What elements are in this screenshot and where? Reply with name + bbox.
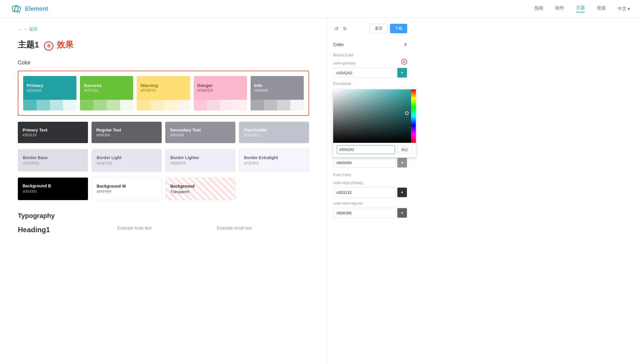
nav-item-resources[interactable]: 资源 bbox=[597, 5, 606, 12]
text-card-primary-name: Primary Text bbox=[23, 128, 83, 132]
redo-button[interactable]: ↻ bbox=[342, 25, 348, 33]
color-info-row: ▾ bbox=[333, 158, 407, 168]
color-light-success bbox=[80, 100, 133, 110]
color-info-swatch[interactable]: ▾ bbox=[397, 158, 407, 168]
border-hex-base: #DCDFE6 bbox=[23, 161, 83, 165]
color-text-regular-row: ▾ bbox=[333, 208, 407, 218]
border-name-extralight: Border Extralight bbox=[244, 155, 304, 160]
color-name-primary: Primary bbox=[27, 83, 73, 88]
text-card-secondary-name: Secondary Text bbox=[170, 128, 231, 132]
color-swatch-s3 bbox=[107, 100, 120, 110]
color-swatch-w2 bbox=[150, 100, 163, 110]
text-card-placeholder: Placeholder #C0C4CC bbox=[239, 122, 309, 143]
typography-grid: Heading1 Example body text Example small… bbox=[18, 226, 309, 234]
color-hex-danger: #FAB7C9 bbox=[197, 88, 243, 93]
sidebar-color-label: Color bbox=[333, 42, 344, 47]
color-light-primary bbox=[23, 100, 76, 110]
logo[interactable]: Element bbox=[12, 4, 48, 14]
color-swatch-w4 bbox=[177, 100, 190, 110]
nav-item-theme[interactable]: 主题 bbox=[576, 5, 585, 12]
reset-button[interactable]: 重置 bbox=[370, 24, 388, 33]
color-light-danger bbox=[194, 100, 247, 110]
typography-section: Typography Heading1 Example body text Ex… bbox=[18, 212, 309, 234]
small-text-item: Example small text bbox=[217, 226, 309, 234]
color-card-danger: Danger #FAB7C9 bbox=[194, 76, 247, 110]
sidebar-color-header[interactable]: Color ∨ bbox=[333, 39, 407, 49]
color-main-success: Success #67C23A bbox=[80, 76, 133, 100]
color-primary-label: color-primary bbox=[333, 61, 407, 65]
color-swatch-d2 bbox=[207, 100, 220, 110]
chevron-down-icon-small: ▾ bbox=[401, 71, 403, 75]
border-name-lighter: Border Lighter bbox=[170, 155, 230, 160]
color-card-primary: Primary #20A2A2 bbox=[23, 76, 76, 110]
bg-name-white: Background W bbox=[97, 184, 157, 189]
color-text-regular-swatch[interactable]: ▾ bbox=[397, 208, 407, 218]
color-main-danger: Danger #FAB7C9 bbox=[194, 76, 247, 100]
undo-redo-group: ↺ ↻ bbox=[333, 25, 348, 33]
color-primary-row: ① ▾ bbox=[333, 68, 407, 78]
chevron-down-icon: ▾ bbox=[628, 6, 630, 12]
color-swatch-i2 bbox=[264, 100, 277, 110]
heading1-item: Heading1 bbox=[18, 226, 110, 234]
text-card-secondary-hex: #909399 bbox=[170, 133, 231, 137]
color-swatch-s1 bbox=[80, 100, 93, 110]
nav-item-guide[interactable]: 指南 bbox=[534, 5, 543, 12]
color-main-primary: Primary #20A2A2 bbox=[23, 76, 76, 100]
content-area: ← ← 返回 主题1 ④ 效果 Color Primary #20A2A2 bbox=[0, 18, 327, 364]
color-name-danger: Danger bbox=[197, 83, 243, 88]
color-text-regular-input[interactable] bbox=[333, 208, 396, 218]
color-primary-section: Primary #20A2A2 Success #67C23A bbox=[18, 71, 309, 116]
color-swatch-d3 bbox=[220, 100, 234, 110]
color-spectrum-bar[interactable] bbox=[411, 89, 416, 143]
text-color-grid: Primary Text #303133 Regular Text #60626… bbox=[18, 122, 309, 143]
color-text-primary-row: ▾ bbox=[333, 187, 407, 197]
color-hex-info: #909399 bbox=[254, 88, 300, 93]
color-picker-canvas[interactable] bbox=[333, 89, 416, 143]
color-hex-warning: #FFDF73 bbox=[140, 88, 186, 93]
color-hex-input[interactable] bbox=[337, 145, 395, 154]
color-card-info: Info #909399 bbox=[251, 76, 304, 110]
color-swatch-d1 bbox=[194, 100, 207, 110]
nav-item-components[interactable]: 组件 bbox=[555, 5, 564, 12]
bg-hex-black: #000000 bbox=[23, 189, 83, 194]
color-primary-input[interactable] bbox=[333, 68, 396, 78]
border-hex-lighter: #EBEEF5 bbox=[170, 161, 230, 165]
color-primary-swatch[interactable]: ▾ bbox=[397, 68, 407, 78]
color-swatch-i4 bbox=[290, 100, 304, 110]
color-swatch-w1 bbox=[137, 100, 150, 110]
color-text-primary-label: color-text-primary bbox=[333, 181, 407, 185]
border-card-extralight: Border Extralight #F2F6FC bbox=[239, 149, 309, 172]
main-nav: 指南 组件 主题 资源 中文 ▾ bbox=[534, 5, 630, 12]
color-text-regular-label: color-text-regular bbox=[333, 201, 407, 205]
color-text-primary-swatch[interactable]: ▾ bbox=[397, 187, 407, 197]
bg-hex-white: #FFFFFF bbox=[97, 190, 157, 194]
color-name-warning: Warning bbox=[140, 83, 186, 88]
color-section-title: Color bbox=[18, 60, 309, 66]
language-selector[interactable]: 中文 ▾ bbox=[618, 6, 630, 12]
annotation-effect: ④ 效果 bbox=[44, 39, 74, 51]
download-button[interactable]: 下载 bbox=[390, 24, 407, 33]
color-text-primary-input[interactable] bbox=[333, 187, 396, 197]
border-name-base: Border Base bbox=[23, 155, 83, 160]
color-main-warning: Warning #FFDF73 bbox=[137, 76, 190, 100]
color-picker-dot bbox=[405, 111, 409, 115]
text-card-secondary: Secondary Text #909399 bbox=[165, 122, 235, 143]
color-swatch-i1 bbox=[251, 100, 264, 110]
color-info-input[interactable] bbox=[333, 158, 396, 168]
logo-text: Element bbox=[25, 5, 48, 12]
border-card-lighter: Border Lighter #EBEEF5 bbox=[165, 149, 235, 172]
confirm-button[interactable]: 确定 bbox=[397, 146, 412, 154]
language-label: 中文 bbox=[618, 6, 627, 12]
border-hex-light: #E4E7ED bbox=[97, 161, 157, 165]
color-card-warning: Warning #FFDF73 bbox=[137, 76, 190, 110]
undo-button[interactable]: ↺ bbox=[333, 25, 339, 33]
text-card-placeholder-hex: #C0C4CC bbox=[244, 133, 304, 137]
border-color-grid: Border Base #DCDFE6 Border Light #E4E7ED… bbox=[18, 149, 309, 172]
color-picker-footer: 确定 bbox=[333, 143, 416, 154]
color-name-info: Info bbox=[254, 83, 300, 88]
color-name-success: Success bbox=[84, 83, 130, 88]
annotation-circle-4: ④ bbox=[44, 41, 54, 51]
color-swatch-2 bbox=[37, 100, 50, 110]
back-link[interactable]: ← ← 返回 bbox=[18, 27, 309, 32]
text-card-primary-hex: #303133 bbox=[23, 133, 83, 137]
